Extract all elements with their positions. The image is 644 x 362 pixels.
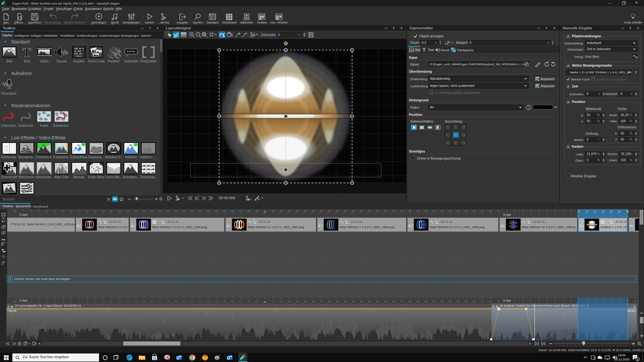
svg-text:B: B bbox=[538, 86, 539, 88]
svg-text:B: B bbox=[538, 79, 539, 81]
svg-text:A: A bbox=[536, 85, 537, 87]
svg-text:T: T bbox=[23, 46, 31, 59]
svg-text:1: 1 bbox=[637, 358, 638, 361]
svg-text:A: A bbox=[536, 78, 537, 79]
